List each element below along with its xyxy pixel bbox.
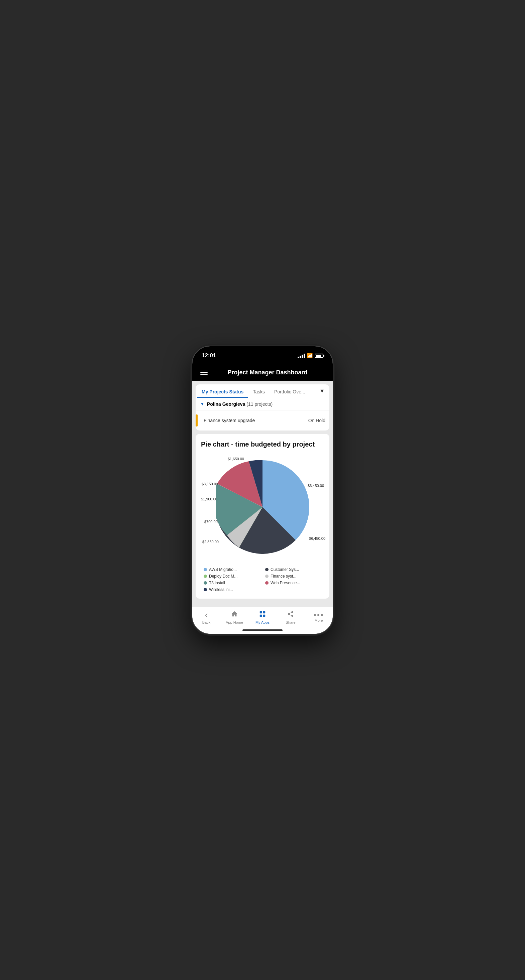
apps-icon — [259, 610, 266, 619]
legend-item-1: Customer Sys... — [265, 567, 321, 572]
legend-item-6: Wireless ini... — [204, 587, 260, 592]
wifi-icon: 📶 — [307, 353, 313, 358]
nav-my-apps[interactable]: My Apps — [249, 610, 276, 624]
chart-label-7: $1,650.00 — [228, 457, 244, 461]
chart-label-6: $3,150.00 — [202, 482, 218, 486]
legend-dot-1 — [265, 568, 268, 571]
legend-label-0: AWS Migratio... — [209, 567, 237, 572]
chevron-down-icon: ▼ — [200, 402, 204, 406]
tab-portfolio[interactable]: Portfolio Ove... — [270, 384, 310, 398]
project-status-indicator — [196, 414, 198, 426]
tab-tasks[interactable]: Tasks — [248, 384, 270, 398]
legend-item-0: AWS Migratio... — [204, 567, 260, 572]
share-icon — [287, 610, 294, 619]
menu-button[interactable] — [199, 368, 209, 376]
pie-chart — [216, 460, 309, 554]
legend-dot-3 — [265, 574, 268, 578]
home-indicator — [243, 629, 282, 631]
back-icon: ‹ — [205, 610, 208, 619]
nav-back[interactable]: ‹ Back — [192, 610, 220, 624]
chart-label-2: $6,450.00 — [309, 536, 326, 541]
nav-app-home[interactable]: App Home — [220, 610, 249, 624]
battery-icon — [315, 354, 323, 358]
tab-my-projects[interactable]: My Projects Status — [197, 384, 248, 398]
svg-rect-2 — [260, 615, 262, 617]
legend-label-5: Web Presence... — [271, 581, 300, 585]
legend-label-3: Finance syst... — [271, 574, 296, 579]
legend-item-4: T3 install — [204, 581, 260, 585]
app-header: Project Manager Dashboard — [192, 364, 333, 381]
project-status: On Hold — [304, 418, 329, 423]
nav-more-label: More — [314, 618, 323, 622]
chart-label-5: $1,900.00 — [201, 497, 217, 501]
tab-dropdown-button[interactable]: ▼ — [316, 385, 328, 397]
phone-screen: 12:01 📶 Project Manager — [192, 346, 333, 634]
chart-section: Pie chart - time budgeted by project — [196, 434, 329, 599]
notch — [243, 346, 282, 357]
legend-label-1: Customer Sys... — [271, 567, 299, 572]
signal-icon — [298, 354, 305, 358]
chart-label-3: $2,850.00 — [202, 540, 219, 544]
legend-label-2: Deploy Doc M... — [209, 574, 238, 579]
user-name: Polina Georgieva — [207, 401, 245, 407]
legend-item-5: Web Presence... — [265, 581, 321, 585]
status-time: 12:01 — [202, 352, 216, 359]
chart-label-1: $6,450.00 — [308, 484, 324, 488]
legend-item-2: Deploy Doc M... — [204, 574, 260, 579]
chart-container: $6,450.00 $6,450.00 $2,850.00 $700.00 $1… — [201, 453, 324, 560]
home-icon — [231, 610, 238, 619]
chart-label-4: $700.00 — [204, 520, 218, 524]
project-row[interactable]: Finance system upgrade On Hold — [196, 410, 329, 431]
legend-dot-4 — [204, 581, 207, 585]
legend-label-4: T3 install — [209, 581, 225, 585]
nav-share[interactable]: Share — [276, 610, 305, 624]
svg-rect-1 — [263, 611, 265, 613]
legend-label-6: Wireless ini... — [209, 587, 233, 592]
legend-dot-0 — [204, 568, 207, 571]
project-name: Finance system upgrade — [201, 418, 304, 423]
status-icons: 📶 — [298, 353, 323, 358]
user-row: ▼ Polina Georgieva (11 projects) — [196, 398, 329, 410]
user-project-count: (11 projects) — [246, 401, 273, 407]
nav-home-label: App Home — [226, 620, 243, 624]
phone-frame: 12:01 📶 Project Manager — [192, 346, 333, 634]
nav-back-label: Back — [202, 620, 210, 624]
screen-content: My Projects Status Tasks Portfolio Ove..… — [192, 381, 333, 607]
nav-share-label: Share — [286, 620, 295, 624]
tab-section: My Projects Status Tasks Portfolio Ove..… — [196, 384, 329, 431]
nav-apps-label: My Apps — [255, 620, 270, 624]
more-icon: ●●● — [313, 612, 324, 617]
chart-legend: AWS Migratio... Customer Sys... Deploy D… — [201, 567, 324, 592]
nav-more[interactable]: ●●● More — [305, 612, 333, 622]
legend-item-3: Finance syst... — [265, 574, 321, 579]
legend-dot-2 — [204, 574, 207, 578]
svg-rect-3 — [263, 615, 265, 617]
chart-title: Pie chart - time budgeted by project — [201, 441, 324, 448]
svg-rect-0 — [260, 611, 262, 613]
tabs-row: My Projects Status Tasks Portfolio Ove..… — [196, 384, 329, 398]
legend-dot-6 — [204, 588, 207, 591]
legend-dot-5 — [265, 581, 268, 585]
page-title: Project Manager Dashboard — [209, 369, 326, 376]
